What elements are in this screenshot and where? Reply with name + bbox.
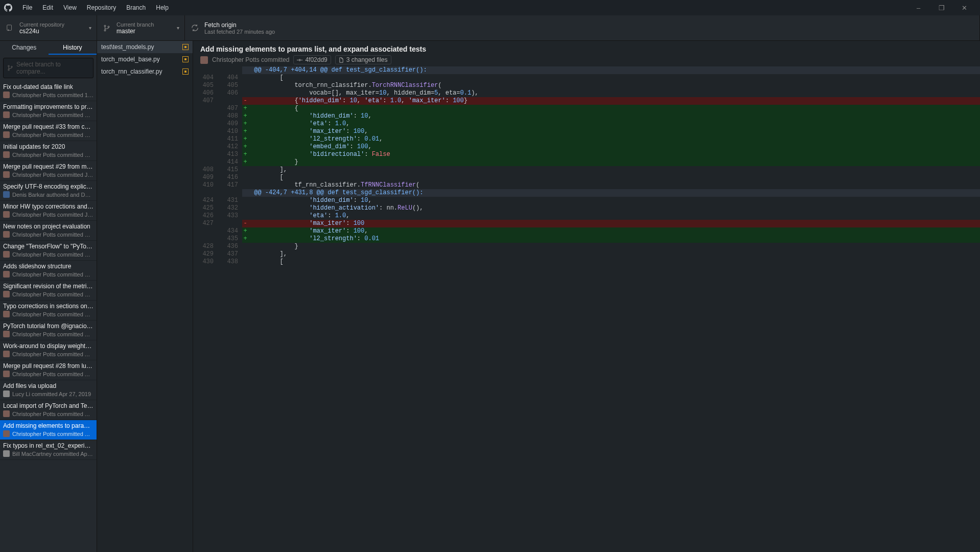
commit-item[interactable]: Local import of PyTorch and TensorFlow..… — [0, 400, 97, 420]
menu-repository[interactable]: Repository — [82, 4, 121, 11]
commit-item-title: Local import of PyTorch and TensorFlow..… — [3, 402, 94, 409]
menu-branch[interactable]: Branch — [121, 4, 151, 11]
window-min-button[interactable]: – — [907, 4, 930, 12]
fetch-button[interactable]: Fetch origin Last fetched 27 minutes ago — [185, 15, 980, 40]
svg-point-8 — [299, 59, 300, 60]
avatar — [3, 410, 10, 417]
commit-item-title: New notes on project evaluation — [3, 223, 94, 230]
commit-item[interactable]: Fix out-dated data file linkChristopher … — [0, 81, 97, 101]
commit-item[interactable]: Add files via uploadLucy Li committed Ap… — [0, 380, 97, 400]
menu-edit[interactable]: Edit — [37, 4, 58, 11]
commit-item-meta: Christopher Potts committed May 6, 2019 — [12, 291, 94, 297]
avatar — [200, 56, 208, 64]
files-changed-badge[interactable]: 3 changed files — [335, 55, 391, 64]
commit-item[interactable]: Merge pull request #29 from mastermin...… — [0, 161, 97, 181]
file-name: torch_model_base.py — [101, 56, 160, 63]
commit-item[interactable]: Adds slideshow structureChristopher Pott… — [0, 261, 97, 281]
avatar — [3, 151, 10, 158]
menu-view[interactable]: View — [58, 4, 82, 11]
commit-item[interactable]: Formatting improvements to projects.mdCh… — [0, 101, 97, 121]
tab-history[interactable]: History — [49, 41, 97, 55]
commit-item[interactable]: Initial updates for 2020Christopher Pott… — [0, 141, 97, 161]
diff-line: 409416 [ — [193, 174, 980, 181]
svg-point-7 — [11, 66, 12, 67]
commit-list[interactable]: Fix out-dated data file linkChristopher … — [0, 81, 97, 552]
github-icon — [4, 4, 17, 12]
diff-line: 424431 'hidden_dim': 10, — [193, 197, 980, 204]
menubar: FileEditViewRepositoryBranchHelp – ❐ ✕ — [0, 0, 980, 15]
diff-line: 405405 torch_rnn_classifier.TorchRNNClas… — [193, 82, 980, 89]
commit-item[interactable]: Minor HW typo corrections and clarifica.… — [0, 201, 97, 221]
commit-item[interactable]: Change "TensorFlow" to "PyTorch" whe...C… — [0, 241, 97, 261]
menu-file[interactable]: File — [17, 4, 37, 11]
commit-item-title: Merge pull request #28 from lucy3/mas... — [3, 362, 94, 370]
avatar — [3, 450, 10, 457]
diff-line: 406406 vocab=[], max_iter=10, hidden_dim… — [193, 89, 980, 97]
commit-item-title: Typo corrections in sections on micro-F1… — [3, 303, 94, 310]
commit-item[interactable]: Specify UTF-8 encoding explicitly when .… — [0, 181, 97, 201]
commit-title: Add missing elements to params list, and… — [200, 45, 973, 53]
commit-item[interactable]: Significant revision of the metrics note… — [0, 281, 97, 301]
commit-item[interactable]: Work-around to display weights for mo...… — [0, 340, 97, 360]
toolbar: Current repository cs224u ▾ Current bran… — [0, 15, 980, 41]
commit-item-meta: Christopher Potts committed Oct 22, 2019 — [12, 152, 94, 158]
commit-item-meta: Christopher Potts committed May 6, 2019 — [12, 232, 94, 238]
diff-line: 404404 [ — [193, 74, 980, 82]
commit-sha[interactable]: 4f02dd9 — [293, 55, 331, 64]
tab-changes[interactable]: Changes — [0, 41, 49, 55]
changed-files-list: test\test_models.pytorch_model_base.pyto… — [97, 41, 193, 552]
svg-point-5 — [8, 65, 9, 66]
diff-view[interactable]: @@ -404,7 +404,14 @@ def test_sgd_classi… — [193, 66, 980, 552]
window-max-button[interactable]: ❐ — [930, 4, 953, 12]
modified-icon — [182, 68, 189, 75]
commit-author: Christopher Potts committed — [212, 56, 289, 63]
avatar — [3, 430, 10, 437]
avatar — [3, 291, 10, 297]
commit-item[interactable]: Merge pull request #33 from cgpotts/sc..… — [0, 121, 97, 141]
chevron-down-icon: ▾ — [89, 25, 91, 31]
commit-item-title: Fix out-dated data file link — [3, 83, 94, 90]
commit-item-meta: Christopher Potts committed 12 hours ago — [12, 92, 94, 98]
commit-item-meta: Christopher Potts committed Jun 17, 2019 — [12, 172, 94, 178]
commit-item[interactable]: New notes on project evaluationChristoph… — [0, 221, 97, 241]
commit-item[interactable]: Merge pull request #28 from lucy3/mas...… — [0, 360, 97, 380]
file-item[interactable]: test\test_models.py — [97, 41, 193, 53]
file-name: torch_rnn_classifier.py — [101, 68, 162, 75]
commit-item[interactable]: Fix typos in rel_ext_02_experiments.ipyn… — [0, 440, 97, 460]
avatar — [3, 231, 10, 238]
file-item[interactable]: torch_rnn_classifier.py — [97, 65, 193, 78]
commit-item[interactable]: Typo corrections in sections on micro-F1… — [0, 301, 97, 320]
repo-value: cs224u — [19, 28, 64, 35]
commit-icon — [297, 57, 302, 63]
branch-value: master — [116, 28, 154, 35]
diff-line: 435+ 'l2_strength': 0.01 — [193, 235, 980, 243]
menu-help[interactable]: Help — [151, 4, 174, 11]
diff-line: 425432 'hidden_activation': nn.ReLU(), — [193, 204, 980, 212]
avatar — [3, 331, 10, 337]
branch-selector[interactable]: Current branch master ▾ — [97, 15, 185, 40]
commit-item-meta: Christopher Potts committed May 6, 2019 — [12, 271, 94, 278]
commit-item-meta: Christopher Potts committed Jun 1, 2019 — [12, 212, 94, 218]
fetch-title: Fetch origin — [204, 21, 275, 29]
commit-item-title: Fix typos in rel_ext_02_experiments.ipyn… — [3, 442, 94, 449]
svg-point-4 — [108, 26, 109, 27]
commit-item-meta: Christopher Potts committed Oct 22, 2019 — [12, 112, 94, 118]
compare-branch-select[interactable]: Select branch to compare... — [3, 58, 94, 78]
svg-point-6 — [8, 70, 9, 71]
avatar — [3, 271, 10, 278]
commit-item[interactable]: Add missing elements to params list, an.… — [0, 420, 97, 440]
diff-panel: Add missing elements to params list, and… — [193, 41, 980, 552]
diff-line: 412+ 'embed_dim': 100, — [193, 143, 980, 151]
sync-icon — [191, 24, 199, 32]
file-item[interactable]: torch_model_base.py — [97, 53, 193, 65]
commit-item[interactable]: PyTorch tutorial from @ignaciocasesChris… — [0, 320, 97, 340]
commit-item-title: PyTorch tutorial from @ignaciocases — [3, 323, 94, 330]
window-close-button[interactable]: ✕ — [953, 4, 976, 12]
branch-icon — [103, 25, 111, 32]
diff-line: 410+ 'max_iter': 100, — [193, 128, 980, 135]
avatar — [3, 311, 10, 317]
fetch-subtitle: Last fetched 27 minutes ago — [204, 29, 275, 35]
diff-line: 434+ 'max_iter': 100, — [193, 227, 980, 235]
branch-label: Current branch — [116, 21, 154, 28]
repo-selector[interactable]: Current repository cs224u ▾ — [0, 15, 97, 40]
